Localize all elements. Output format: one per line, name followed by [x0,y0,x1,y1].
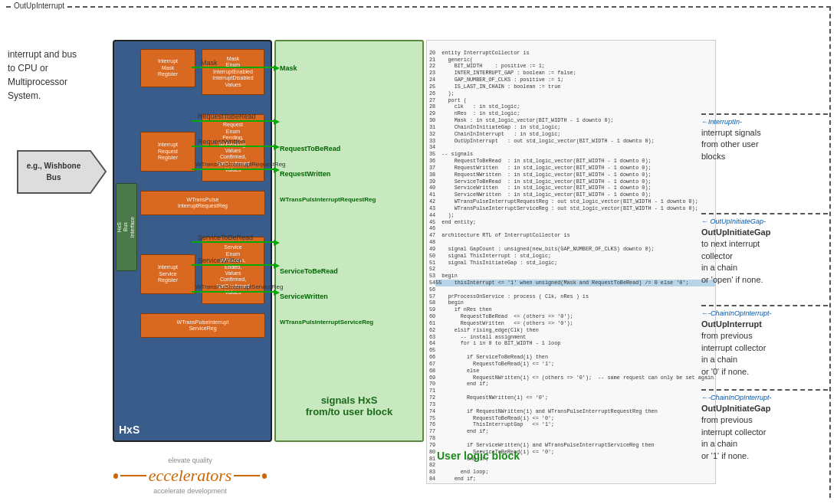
request-register-block: InterruptRequestRegister [140,132,195,172]
service-enum-block: ServiceEnumInProcess,Ended,ValuesConfirm… [202,237,264,304]
top-label: OutUpInterrupt [11,2,67,10]
logo-main-text: eccelerators [149,466,232,486]
svg-marker-0 [18,151,106,193]
bus-interface-text: HxSBusInterface [117,217,136,237]
wtrans-svc-arrow-label: WTransPulsInterruptServiceReg [195,283,283,290]
mask-arrow [274,65,280,71]
left-text-line4: System. [8,90,41,101]
mask-arrow-label: Mask [201,59,218,67]
req-read-arrow-label: RequestToBeRead [198,113,256,120]
interrupt-in-annotation: ←InterruptIn- interrupt signals from oth… [701,113,828,162]
svc-read-arrow [274,240,280,246]
chain-in-2-t1: OutUpInitiateGap [701,404,770,413]
signal-area-label: signals HxS from/to user block [276,394,422,417]
code-block: 20 entity InterruptCollector is 21 gener… [426,40,716,484]
mask-register-block: InterruptMaskRegister [140,49,195,87]
left-text-line2: to CPU or [8,63,48,74]
chain-in-1-t2: from previous [701,331,753,340]
outup-gap-t3: collector [701,251,733,260]
svc-read-arrow-line [192,241,274,243]
mask-enum-block: MaskEnumInterruptEnabledInterruptDisable… [202,49,264,95]
logo-line-right [234,475,260,476]
mask-enum-label: MaskEnumInterruptEnabledInterruptDisable… [212,56,253,88]
top-dashed-border [6,6,831,8]
mask-signal-label: Mask [280,64,297,72]
bus-interface-block: HxSBusInterface [116,183,137,271]
signal-area-text1: signals HxS [276,394,422,406]
service-register-label: InterruptServiceRegister [158,264,178,283]
interrupt-in-t2: from other user [701,139,759,149]
wtrans-pulse-signal-label: WTransPulsInterruptRequestReg [280,196,376,203]
request-register-label: InterruptRequestRegister [158,142,178,161]
outup-gap-t1: OutUpInitiateGap [701,227,770,237]
mask-register-label: InterruptMaskRegister [158,58,178,77]
logo-line-left [120,475,146,476]
left-text-line1: interrupt and bus [8,49,77,60]
chain-in-2-annotation: ←-ChainInOpInterrupt- OutUpInitiateGap f… [701,389,828,462]
req-written-arrow-label: RequestWritten [198,138,245,146]
left-description: interrupt and bus to CPU or Multiprocess… [8,47,103,103]
request-written-signal-label: RequestWritten [280,170,330,178]
request-enum-block: RequestEnumPending,NoPending,ValuesConfi… [202,114,264,182]
service-read-signal-label: ServiceToBeRead [280,267,338,275]
wishbone-text1: e.g., Wishbone [27,162,81,170]
outup-gap-t4: in a chain [701,263,737,272]
user-logic-label: User logic block [437,450,520,462]
chain-in-2-t5: or '1' if none. [701,451,749,460]
interrupt-in-label: ←InterruptIn- [701,118,828,126]
hxs-main-label: HxS [119,424,140,436]
wtrans-svc-arrow [274,290,280,296]
svc-read-arrow-label: ServiceToBeRead [198,234,253,241]
chain-in-1-annotation: ←-ChainInOpInterrupt- OutUpInterrupt fro… [701,305,828,378]
req-read-arrow-line [192,120,274,122]
wtrans-request-block: WTransPulseInterruptRequestReg [140,191,265,215]
interrupt-in-t3: blocks [701,152,725,161]
chain-in-2-text: OutUpInitiateGap from previous interrupt… [701,403,828,462]
interrupt-in-dashed [701,113,828,115]
chain-in-2-t3: interrupt collector [701,427,766,437]
wtrans-req-arrow-line [192,169,274,170]
chain-in-1-t3: interrupt collector [701,343,766,352]
svc-written-arrow [274,263,280,269]
logo-bottom-text: accelerate development [113,487,267,495]
signal-area-text2: from/to user block [276,406,422,417]
outup-gap-dashed [701,213,828,214]
wishbone-text2: Bus [47,173,61,182]
svc-written-arrow-line [192,264,274,266]
req-read-arrow [274,119,280,125]
outup-gap-label: ← OutUpInitiateGap- [701,218,828,225]
chain-in-2-label: ←-ChainInOpInterrupt- [701,394,828,401]
logo-dot-left [113,473,118,479]
logo-area: elevate quality eccelerators accelerate … [113,457,267,495]
wtrans-service-block: WTransPulseInterruptServiceReg [140,313,265,338]
interrupt-in-t1: interrupt signals [701,128,761,137]
wishbone-shape-svg: e.g., Wishbone Bus [14,147,110,197]
svc-written-arrow-label: ServiceWritten [198,257,242,264]
chain-in-1-dashed [701,305,828,306]
req-written-arrow-line [192,146,274,147]
chain-in-2-dashed [701,389,828,391]
wtrans-request-label: WTransPulseInterruptRequestReg [178,197,228,210]
service-register-block: InterruptServiceRegister [140,254,195,294]
chain-in-1-t1: OutUpInterrupt [701,319,762,329]
chain-in-1-text: OutUpInterrupt from previous interrupt c… [701,319,828,378]
logo-top-text: elevate quality [113,457,267,464]
chain-in-2-t4: in a chain [701,439,737,448]
right-dashed-border [829,6,831,498]
interrupt-in-text: interrupt signals from other user blocks [701,127,828,162]
user-logic-text: User logic block [437,450,520,462]
chain-in-1-t4: in a chain [701,355,737,364]
outup-initiate-gap-annotation: ← OutUpInitiateGap- OutUpInitiateGap to … [701,213,828,286]
wtrans-service-label: WTransPulseInterruptServiceReg [177,319,229,332]
outup-gap-t5: or 'open' if none. [701,275,763,284]
outup-gap-text: OutUpInitiateGap to next interrupt colle… [701,227,828,286]
logo-line-container: eccelerators [113,466,267,486]
wtrans-req-arrow-label: WTransPulsInterruptRequestReg [195,161,286,168]
req-written-arrow [274,144,280,150]
logo-dot-right [262,473,267,479]
service-written-signal-label: ServiceWritten [280,293,328,300]
left-text-line3: Multiprocessor [8,77,67,87]
wishbone-bus-container: e.g., Wishbone Bus [14,147,110,197]
mask-arrow-line [192,67,274,68]
signal-area: Mask RequestToBeRead RequestWritten WTra… [274,40,424,442]
